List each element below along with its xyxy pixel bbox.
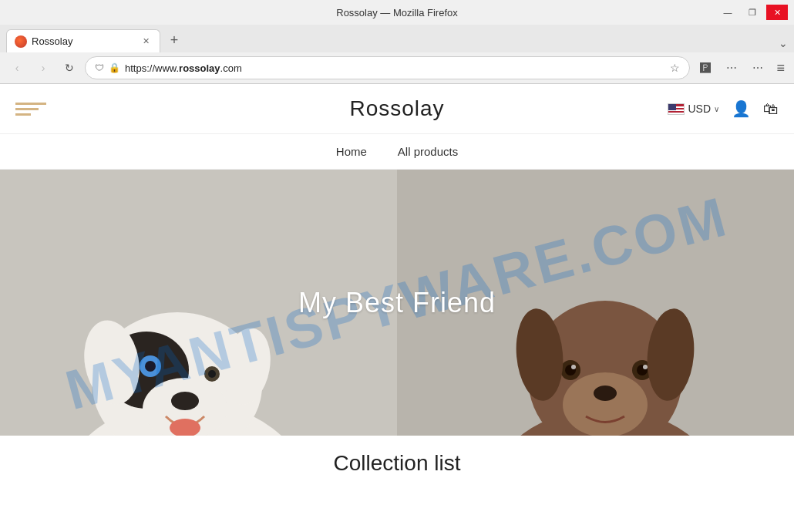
collection-title: Collection list — [15, 451, 779, 476]
svg-point-9 — [208, 370, 216, 378]
hero-headline: My Best Friend — [298, 287, 496, 319]
minimize-button[interactable]: — — [717, 5, 738, 20]
nav-home[interactable]: Home — [336, 145, 367, 158]
forward-button[interactable]: › — [32, 57, 54, 79]
cart-button[interactable]: 🛍 — [763, 100, 779, 118]
currency-label: USD — [688, 103, 711, 115]
browser-tab-bar: Rossolay ✕ + ⌄ — [0, 25, 794, 52]
pocket-button[interactable]: 🅿 — [695, 57, 716, 79]
us-flag-icon — [668, 103, 685, 115]
tab-label: Rossolay — [32, 35, 135, 47]
tab-favicon — [15, 35, 27, 48]
svg-point-26 — [563, 372, 648, 436]
currency-selector[interactable]: USD ∨ — [668, 103, 719, 115]
store-header-right: USD ∨ 👤 🛍 — [668, 99, 779, 118]
chevron-down-icon: ∨ — [714, 105, 719, 113]
user-account-button[interactable]: 👤 — [732, 99, 751, 118]
store-header: Rossolay USD ∨ 👤 🛍 — [0, 84, 794, 134]
close-button[interactable]: ✕ — [766, 5, 788, 20]
logo-line-1 — [15, 103, 46, 105]
back-button[interactable]: ‹ — [6, 57, 28, 79]
store-nav: Home All products — [0, 134, 794, 170]
svg-point-5 — [171, 392, 199, 410]
tab-close-button[interactable]: ✕ — [140, 35, 152, 48]
lock-icon: 🔒 — [109, 62, 120, 73]
collection-section: Collection list — [0, 436, 794, 491]
svg-point-33 — [643, 365, 648, 369]
shield-icon: 🛡 — [95, 62, 104, 73]
tab-dropdown-button[interactable]: ⌄ — [779, 37, 788, 49]
reload-button[interactable]: ↻ — [59, 57, 80, 79]
active-tab[interactable]: Rossolay ✕ — [6, 29, 160, 52]
address-bar[interactable]: 🛡 🔒 https://www.rossolay.com ☆ — [85, 56, 690, 79]
browser-titlebar: Rossolay — Mozilla Firefox — ❐ ✕ — [0, 0, 794, 25]
nav-all-products[interactable]: All products — [398, 145, 458, 158]
overflow-button[interactable]: ⋯ — [747, 57, 769, 79]
address-text: https://www.rossolay.com — [125, 62, 665, 74]
extensions-button[interactable]: ⋯ — [721, 57, 742, 79]
logo-line-2 — [15, 108, 39, 110]
bookmark-icon[interactable]: ☆ — [670, 62, 680, 74]
svg-point-27 — [594, 386, 617, 401]
browser-chrome: Rossolay — Mozilla Firefox — ❐ ✕ Rossola… — [0, 0, 794, 84]
store-brand: Rossolay — [349, 96, 444, 121]
store-logo — [15, 103, 46, 116]
logo-line-3 — [15, 113, 31, 116]
menu-button[interactable]: ≡ — [773, 60, 788, 76]
browser-navbar: ‹ › ↻ 🛡 🔒 https://www.rossolay.com ☆ 🅿 ⋯… — [0, 52, 794, 83]
website-content: Rossolay USD ∨ 👤 🛍 Home All products — [0, 84, 794, 514]
svg-point-32 — [571, 365, 576, 369]
hero-section: MYANTISPYWARE.COM My Best Friend — [0, 170, 794, 436]
restore-button[interactable]: ❐ — [742, 5, 763, 20]
window-controls: — ❐ ✕ — [717, 5, 788, 20]
svg-point-7 — [145, 361, 156, 372]
new-tab-button[interactable]: + — [163, 29, 185, 51]
browser-title: Rossolay — Mozilla Firefox — [336, 7, 458, 19]
